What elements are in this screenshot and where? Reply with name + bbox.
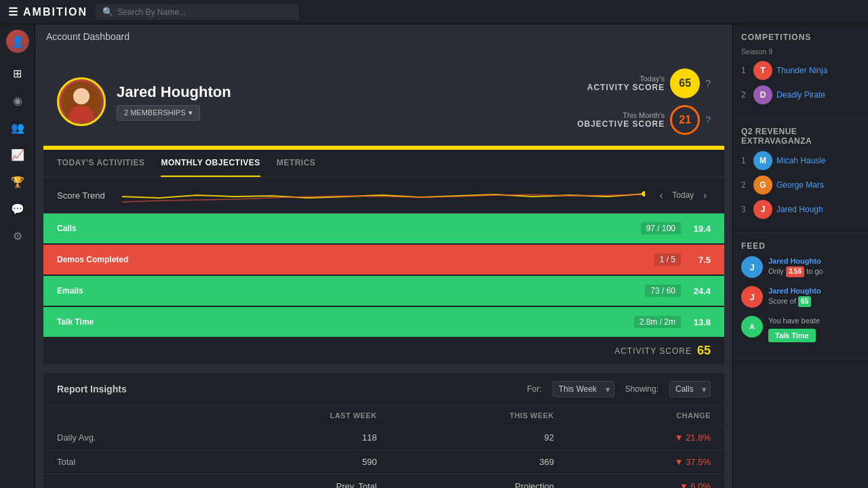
trend-prev-button[interactable]: ‹ <box>656 188 667 202</box>
feed-item-3: A You have beate Talk Time <box>741 316 860 342</box>
activity-label-calls: Calls <box>57 224 138 233</box>
q2-item-2: 2 G George Mars <box>741 176 860 195</box>
report-showing-label: Showing: <box>625 384 658 394</box>
profile-card: Jared Houghton 2 MEMBERSHIPS ▾ Today's A… <box>43 58 724 365</box>
comp-name-1[interactable]: Thunder Ninja <box>776 66 827 75</box>
row-this-week-total: 369 <box>391 450 568 474</box>
activity-total-label: Activity Score <box>614 346 692 356</box>
score-trend-row: Score Trend ‹ Today › <box>43 178 724 214</box>
profile-scores: Today's Activity Score 65 ? This Month's… <box>577 68 711 135</box>
row-bottom-change: ▼ 6.0% <box>568 474 724 489</box>
activity-score-emails: 24.4 <box>686 286 711 296</box>
table-row-bottom: Prev. Total Projection ▼ 6.0% <box>43 474 724 489</box>
search-icon: 🔍 <box>102 7 113 17</box>
comp-avatar-2: D <box>753 85 772 104</box>
feed-text-3: You have beate Talk Time <box>768 316 860 342</box>
menu-hamburger-icon[interactable]: ☰ <box>8 5 19 18</box>
objective-score-help-icon[interactable]: ? <box>705 115 711 125</box>
q2-item-1: 1 M Micah Hausle <box>741 151 860 170</box>
q2-item-3: 3 J Jared Hough <box>741 200 860 219</box>
sidebar-item-profile[interactable]: ◉ <box>5 88 30 113</box>
activity-progress-emails: 73 / 60 <box>645 285 681 297</box>
search-bar[interactable]: 🔍 <box>96 4 299 20</box>
activity-label-emails: Emails <box>57 286 138 296</box>
profile-avatar <box>57 77 106 126</box>
right-panel: Competitions Season 9 1 T Thunder Ninja … <box>732 24 868 488</box>
memberships-button[interactable]: 2 MEMBERSHIPS ▾ <box>117 105 200 121</box>
profile-info: Jared Houghton 2 MEMBERSHIPS ▾ <box>117 83 566 121</box>
report-section: Report Insights For: This Week Showing: … <box>43 373 724 488</box>
row-change-daily: ▼ 21.8% <box>568 426 724 450</box>
sidebar-item-analytics[interactable]: 📈 <box>5 142 30 167</box>
objective-score-label: This Month's Objective Score <box>577 111 665 129</box>
svg-point-1 <box>73 88 90 104</box>
q2-rank-2: 2 <box>741 180 749 190</box>
chevron-down-icon: ▾ <box>189 108 193 117</box>
competition-item-2: 2 D Deadly Pirate <box>741 85 860 104</box>
row-label-bottom <box>43 474 207 489</box>
feed-item-2: J Jared Houghto Score of 65 <box>741 286 860 308</box>
q2-name-3[interactable]: Jared Hough <box>776 205 823 214</box>
svg-point-3 <box>642 191 644 197</box>
activity-score-badge: 65 <box>670 68 700 98</box>
sidebar-item-settings[interactable]: ⚙ <box>5 224 30 248</box>
feed-text-2: Jared Houghto Score of 65 <box>768 286 821 308</box>
q2-name-1[interactable]: Micah Hausle <box>776 156 826 165</box>
row-prev-total-label: Prev. Total <box>207 474 390 489</box>
table-row: Daily Avg. 118 92 ▼ 21.8% <box>43 426 724 450</box>
col-header-this-week: This Week <box>391 406 568 426</box>
comp-rank-2: 2 <box>741 90 749 100</box>
trend-chart <box>122 183 645 207</box>
objective-score-item: This Month's Objective Score 21 ? <box>577 105 711 135</box>
sidebar: 👤 ⊞ ◉ 👥 📈 🏆 💬 ⚙ <box>0 24 35 488</box>
row-label-daily-avg: Daily Avg. <box>43 426 207 450</box>
report-table: Last Week This Week Change Daily Avg. 11… <box>43 406 724 488</box>
top-nav: ☰ AMBITION 🔍 <box>0 0 868 24</box>
tab-todays-activities[interactable]: Today's Activities <box>57 150 144 177</box>
q2-name-2[interactable]: George Mars <box>776 180 824 190</box>
sidebar-item-team[interactable]: 👥 <box>5 115 30 140</box>
row-last-week-daily: 118 <box>207 426 390 450</box>
tab-monthly-objectives[interactable]: Monthly Objectives <box>161 150 260 177</box>
report-for-select[interactable]: This Week <box>553 381 614 397</box>
feed-avatar-1: J <box>741 256 763 278</box>
score-trend-label: Score Trend <box>57 190 111 201</box>
activity-total: Activity Score 65 <box>43 338 724 363</box>
main-content: Account Dashboard Jared Houghton 2 MEMBE… <box>35 24 732 488</box>
comp-name-2[interactable]: Deadly Pirate <box>776 90 825 100</box>
logo: ☰ AMBITION <box>8 5 87 18</box>
comp-avatar-1: T <box>753 61 772 80</box>
tab-metrics[interactable]: Metrics <box>277 150 316 177</box>
q2-rank-3: 3 <box>741 205 749 214</box>
trend-next-button[interactable]: › <box>699 188 711 202</box>
q2-avatar-3: J <box>753 200 772 219</box>
report-for-select-wrapper[interactable]: This Week <box>553 381 614 397</box>
q2-section: Q2 Revenue Extravaganza 1 M Micah Hausle… <box>733 119 868 233</box>
page-title: Account Dashboard <box>46 31 130 42</box>
activity-row-calls: Calls 97 / 100 19.4 <box>43 214 724 243</box>
feed-talk-time-button[interactable]: Talk Time <box>768 329 816 342</box>
q2-avatar-1: M <box>753 151 772 170</box>
profile-header: Jared Houghton 2 MEMBERSHIPS ▾ Today's A… <box>43 58 724 146</box>
report-showing-select-wrapper[interactable]: Calls <box>669 381 711 397</box>
feed-badge-1: 3.56 <box>786 266 804 277</box>
activity-score-demos: 7.5 <box>686 255 711 265</box>
sidebar-item-home[interactable]: ⊞ <box>5 61 30 85</box>
avatar[interactable]: 👤 <box>6 30 29 53</box>
activity-progress-calls: 97 / 100 <box>641 222 681 235</box>
activity-score-help-icon[interactable]: ? <box>705 78 711 89</box>
activity-label-talktime: Talk Time <box>57 317 138 327</box>
search-input[interactable] <box>117 7 292 17</box>
row-last-week-total: 590 <box>207 450 390 474</box>
q2-title: Q2 Revenue Extravaganza <box>741 127 860 146</box>
sidebar-item-trophy[interactable]: 🏆 <box>5 169 30 194</box>
report-for-label: For: <box>527 384 541 394</box>
activity-progress-talktime: 2.8m / 2m <box>634 316 681 328</box>
row-this-week-daily: 92 <box>391 426 568 450</box>
col-header-last-week: Last Week <box>207 406 390 426</box>
report-showing-select[interactable]: Calls <box>669 381 711 397</box>
activity-score-talktime: 13.8 <box>686 317 711 327</box>
feed-text-1: Jared Houghto Only 3.56 to go <box>768 256 823 278</box>
activity-rows: Calls 97 / 100 19.4 Demos Completed 1 / … <box>43 214 724 337</box>
sidebar-item-messages[interactable]: 💬 <box>5 197 30 221</box>
